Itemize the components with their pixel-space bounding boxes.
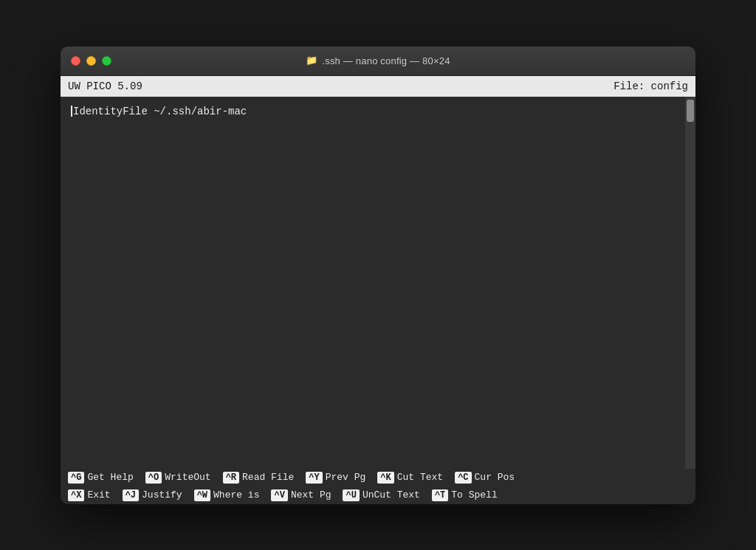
- cmd-to-spell[interactable]: ^T To Spell: [432, 489, 498, 501]
- key-writeout: ^O: [145, 472, 162, 484]
- title-bar: 📁 .ssh — nano config — 80×24: [61, 47, 695, 76]
- cmd-get-help[interactable]: ^G Get Help: [68, 472, 134, 484]
- key-justify: ^J: [123, 489, 139, 501]
- key-cur-pos: ^C: [455, 472, 471, 484]
- label-next-pg: Next Pg: [291, 489, 331, 501]
- cmd-read-file[interactable]: ^R Read File: [223, 472, 295, 484]
- editor-container: UW PICO 5.09 File: config IdentityFile ~…: [61, 76, 695, 504]
- label-justify: Justify: [142, 489, 182, 501]
- key-where-is: ^W: [194, 489, 210, 501]
- key-read-file: ^R: [223, 472, 239, 484]
- label-exit: Exit: [87, 489, 110, 501]
- label-prev-pg: Prev Pg: [326, 472, 366, 483]
- nano-footer: ^G Get Help ^O WriteOut ^R Read File ^Y …: [61, 469, 695, 504]
- editor-scrollbar-area: IdentityFile ~/.ssh/abir-mac: [61, 97, 695, 469]
- label-cut-text: Cut Text: [397, 472, 443, 483]
- editor-area[interactable]: IdentityFile ~/.ssh/abir-mac: [61, 97, 685, 469]
- label-uncut-text: UnCut Text: [362, 489, 420, 501]
- footer-row-2: ^X Exit ^J Justify ^W Where is ^V Next P…: [61, 487, 695, 504]
- label-writeout: WriteOut: [165, 472, 210, 483]
- traffic-lights: [71, 56, 111, 66]
- label-to-spell: To Spell: [451, 489, 497, 501]
- cmd-prev-pg[interactable]: ^Y Prev Pg: [306, 472, 365, 484]
- cmd-where-is[interactable]: ^W Where is: [194, 489, 260, 501]
- label-where-is: Where is: [213, 489, 259, 501]
- nano-header: UW PICO 5.09 File: config: [61, 76, 695, 97]
- cursor: [71, 106, 72, 117]
- window-title: .ssh — nano config — 80×24: [322, 55, 450, 66]
- folder-icon: 📁: [306, 55, 317, 66]
- minimize-button[interactable]: [86, 56, 96, 66]
- cmd-exit[interactable]: ^X Exit: [68, 489, 111, 501]
- key-cut-text: ^K: [377, 472, 394, 484]
- label-cur-pos: Cur Pos: [475, 472, 515, 483]
- cmd-writeout[interactable]: ^O WriteOut: [145, 472, 211, 484]
- key-get-help: ^G: [68, 472, 84, 484]
- key-to-spell: ^T: [432, 489, 448, 501]
- cmd-next-pg[interactable]: ^V Next Pg: [271, 489, 331, 501]
- label-get-help: Get Help: [87, 472, 133, 483]
- key-next-pg: ^V: [271, 489, 287, 501]
- cmd-cut-text[interactable]: ^K Cut Text: [377, 472, 443, 484]
- cmd-uncut-text[interactable]: ^U UnCut Text: [343, 489, 419, 501]
- nano-filename: File: config: [614, 80, 688, 92]
- key-exit: ^X: [68, 489, 84, 501]
- scrollbar-thumb[interactable]: [687, 100, 694, 122]
- nano-version: UW PICO 5.09: [68, 80, 142, 92]
- close-button[interactable]: [71, 56, 80, 66]
- key-prev-pg: ^Y: [306, 472, 322, 484]
- scrollbar[interactable]: [685, 97, 695, 469]
- cmd-cur-pos[interactable]: ^C Cur Pos: [455, 472, 515, 484]
- maximize-button[interactable]: [102, 56, 111, 66]
- key-uncut-text: ^U: [343, 489, 359, 501]
- label-read-file: Read File: [242, 472, 294, 483]
- editor-content: IdentityFile ~/.ssh/abir-mac: [73, 106, 247, 117]
- terminal-window: 📁 .ssh — nano config — 80×24 UW PICO 5.0…: [61, 47, 695, 504]
- cmd-justify[interactable]: ^J Justify: [123, 489, 182, 501]
- footer-row-1: ^G Get Help ^O WriteOut ^R Read File ^Y …: [61, 469, 695, 487]
